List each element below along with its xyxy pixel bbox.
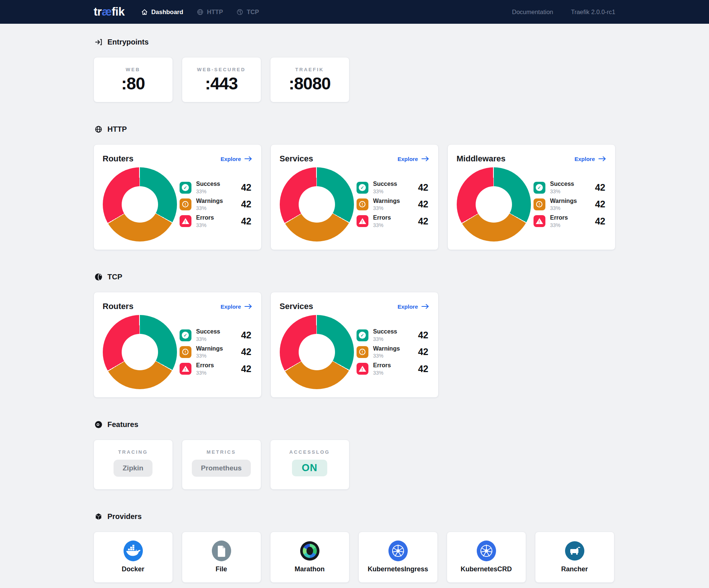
home-icon — [141, 9, 148, 16]
chart-card-title: Middlewares — [457, 154, 506, 164]
entrypoint-port: :80 — [121, 74, 145, 93]
check-circle-icon: ✓ — [534, 182, 545, 194]
entrypoint-card-web: WEB :80 — [94, 58, 173, 102]
check-circle-icon: ✓ — [357, 182, 368, 194]
legend-value: 42 — [418, 182, 429, 193]
feature-card-tracing: TRACING Zipkin — [94, 440, 173, 489]
provider-card-marathon: Marathon — [270, 532, 349, 582]
docker-icon — [123, 541, 143, 561]
http-services-card: Services Explore ✓ Success33% 42 ! Warni… — [271, 145, 438, 250]
exclamation-circle-icon: ! — [357, 198, 368, 210]
arrow-right-icon — [244, 156, 252, 161]
legend-row-errors: ! Errors33% 42 — [357, 362, 429, 375]
entrypoints-icon — [95, 38, 102, 46]
entrypoint-card-traefik: TRAEFIK :8080 — [270, 58, 349, 102]
legend-row-warnings: ! Warnings33% 42 — [357, 198, 429, 211]
explore-link[interactable]: Explore — [220, 303, 252, 310]
traefik-logo: træfik — [94, 5, 125, 19]
provider-card-docker: Docker — [94, 532, 173, 582]
section-title: TCP — [108, 273, 122, 281]
exclamation-circle-icon: ! — [357, 346, 368, 358]
legend-value: 42 — [595, 216, 605, 227]
legend-value: 42 — [418, 216, 429, 227]
kubernetes-icon — [388, 541, 408, 561]
warning-triangle-icon: ! — [357, 363, 368, 375]
feature-name: TRACING — [118, 449, 148, 455]
legend-row-success: ✓ Success33% 42 — [180, 181, 252, 194]
tcp-services-card: Services Explore ✓ Success33% 42 ! Warni… — [271, 292, 438, 397]
check-circle-icon: ✓ — [180, 329, 191, 341]
entrypoint-port: :8080 — [289, 74, 331, 93]
nav-item-dashboard[interactable]: Dashboard — [141, 9, 183, 16]
globe-icon — [95, 125, 102, 133]
feature-on-badge: ON — [292, 460, 327, 476]
donut-chart — [280, 167, 354, 242]
legend-value: 42 — [418, 346, 429, 357]
legend-value: 42 — [418, 330, 429, 341]
version-label: Traefik 2.0.0-rc1 — [571, 9, 616, 16]
exclamation-circle-icon: ! — [534, 198, 545, 210]
providers-section-header: Providers — [95, 512, 616, 521]
warning-triangle-icon: ! — [357, 215, 368, 227]
legend-value: 42 — [241, 216, 252, 227]
legend-row-warnings: ! Warnings33% 42 — [534, 198, 605, 211]
package-icon — [95, 513, 102, 520]
chart-card-title: Routers — [103, 302, 134, 311]
warning-triangle-icon: ! — [180, 215, 191, 227]
legend-value: 42 — [418, 199, 429, 210]
http-routers-card: Routers Explore ✓ Success33% 42 ! Warnin… — [94, 145, 261, 250]
section-title: Features — [108, 420, 138, 429]
legend-value: 42 — [418, 364, 429, 374]
nav-item-label: Dashboard — [151, 9, 183, 16]
provider-card-kubernetesingress: KubernetesIngress — [359, 532, 437, 582]
warning-triangle-icon: ! — [534, 215, 545, 227]
explore-link[interactable]: Explore — [397, 303, 429, 310]
entrypoint-name: WEB-SECURED — [197, 67, 246, 72]
rancher-icon — [565, 541, 585, 561]
marathon-icon — [300, 541, 319, 561]
arrow-right-icon — [244, 304, 252, 309]
section-title: HTTP — [108, 125, 127, 134]
legend-row-success: ✓ Success33% 42 — [357, 328, 429, 342]
section-title: Entrypoints — [108, 38, 149, 46]
nav-item-label: HTTP — [207, 9, 223, 16]
chart-card-title: Services — [280, 302, 314, 311]
features-section-header: Features — [95, 420, 616, 429]
nav-item-http[interactable]: HTTP — [197, 9, 223, 16]
entrypoint-name: WEB — [126, 67, 140, 72]
arrow-right-icon — [598, 156, 606, 161]
features-icon — [95, 421, 102, 428]
legend-value: 42 — [241, 364, 252, 374]
tcp-routers-card: Routers Explore ✓ Success33% 42 ! Warnin… — [94, 292, 261, 397]
legend-row-warnings: ! Warnings33% 42 — [357, 345, 429, 359]
exclamation-circle-icon: ! — [180, 198, 191, 210]
arrow-right-icon — [421, 304, 429, 309]
exclamation-circle-icon: ! — [180, 346, 191, 358]
documentation-link[interactable]: Documentation — [512, 9, 553, 16]
check-circle-icon: ✓ — [180, 182, 191, 194]
provider-card-kubernetescrd: KubernetesCRD — [447, 532, 526, 582]
tcp-ball-icon — [95, 273, 102, 281]
section-title: Providers — [108, 512, 142, 521]
legend-value: 42 — [595, 182, 605, 193]
donut-chart — [103, 167, 177, 242]
provider-label: KubernetesIngress — [368, 565, 428, 573]
provider-label: Rancher — [561, 565, 588, 573]
feature-name: ACCESSLOG — [289, 449, 330, 455]
provider-label: File — [216, 565, 227, 573]
legend-value: 42 — [595, 199, 605, 210]
nav-item-label: TCP — [247, 9, 259, 16]
explore-link[interactable]: Explore — [574, 156, 606, 162]
legend-row-success: ✓ Success33% 42 — [357, 181, 429, 194]
explore-link[interactable]: Explore — [220, 156, 252, 162]
feature-card-accesslog: ACCESSLOG ON — [270, 440, 349, 489]
legend-row-errors: ! Errors33% 42 — [534, 214, 605, 228]
legend-row-warnings: ! Warnings33% 42 — [180, 345, 252, 359]
file-icon — [211, 541, 232, 561]
legend-row-success: ✓ Success33% 42 — [180, 328, 252, 342]
legend-row-warnings: ! Warnings33% 42 — [180, 198, 252, 211]
tcp-section-header: TCP — [95, 273, 616, 281]
nav-item-tcp[interactable]: TCP — [236, 9, 259, 16]
explore-link[interactable]: Explore — [397, 156, 429, 162]
feature-card-metrics: METRICS Prometheus — [182, 440, 261, 489]
